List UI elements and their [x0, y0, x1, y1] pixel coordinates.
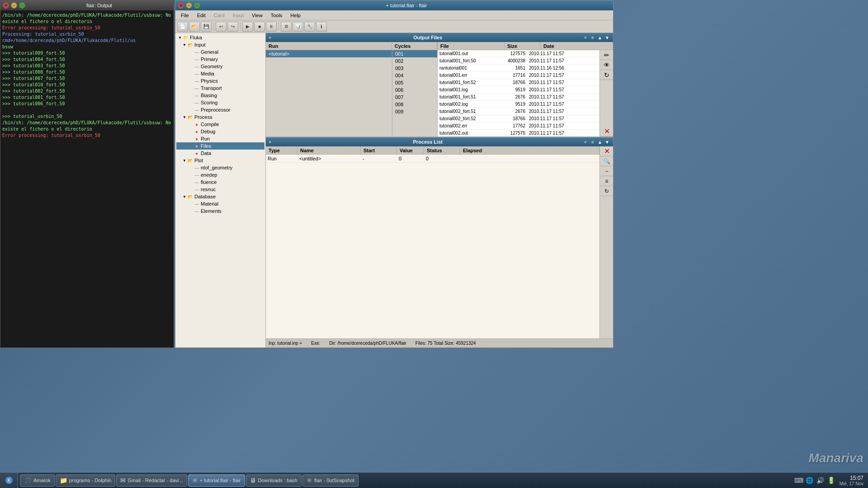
- toolbar-btn-new[interactable]: 📄: [177, 22, 188, 32]
- cycle-entry[interactable]: 006: [392, 86, 437, 94]
- tree-item-transport[interactable]: — Transport: [176, 84, 264, 92]
- tree-item-resnuc[interactable]: — resnuc: [176, 186, 264, 193]
- flair-max-btn[interactable]: □: [194, 2, 200, 9]
- cycle-entry[interactable]: 005: [392, 79, 437, 86]
- menu-card[interactable]: Card: [210, 12, 228, 19]
- tree-item-run[interactable]: ● Run: [176, 135, 264, 142]
- process-row[interactable]: Run <untitled> - 0 0: [266, 155, 599, 163]
- cycle-entry[interactable]: 002: [392, 57, 437, 65]
- file-row[interactable]: tutorial002_fort.5126762010.11.17 11:57: [438, 108, 599, 115]
- flair-min-btn[interactable]: −: [186, 2, 192, 9]
- terminal-min-btn[interactable]: −: [11, 2, 17, 9]
- file-row[interactable]: tutorial001_fort.52187662010.11.17 11:57: [438, 79, 599, 86]
- file-row[interactable]: tutorial001_fort.5126762010.11.17 11:57: [438, 94, 599, 101]
- tree-item-compile[interactable]: ● Compile: [176, 121, 264, 128]
- keyboard-icon[interactable]: ⌨: [794, 476, 803, 485]
- taskbar-app-bash[interactable]: 🖥 Downloads : bash: [246, 474, 302, 487]
- tree-item-fluka[interactable]: ▼ 📁 Fluka: [176, 34, 264, 41]
- menu-edit[interactable]: Edit: [193, 12, 209, 19]
- battery-icon[interactable]: 🔋: [827, 476, 836, 485]
- tree-item-preprocessor[interactable]: — Preprocessor: [176, 106, 264, 113]
- process-expand-btn[interactable]: ▲: [597, 139, 603, 145]
- terminal-max-btn[interactable]: □: [19, 2, 25, 9]
- taskbar-app-dolphin[interactable]: 📁 programs - Dolphin: [56, 474, 116, 487]
- toolbar-btn-compile[interactable]: ⚙: [281, 22, 292, 32]
- file-row[interactable]: tutorial001.out1275752010.11.17 11:57: [438, 50, 599, 57]
- file-delete-btn[interactable]: ✕: [600, 127, 613, 136]
- terminal-body[interactable]: /bin/sh: /home/dcereceda/phD/FLUKA/Fluka…: [0, 10, 174, 347]
- tree-body[interactable]: ▼ 📁 Fluka ▼ 📂 Input —: [175, 33, 265, 347]
- menu-input[interactable]: Input: [229, 12, 247, 19]
- tree-item-general[interactable]: — General: [176, 48, 264, 56]
- tree-item-fluence[interactable]: — fluence: [176, 178, 264, 186]
- tree-item-physics[interactable]: — Physics: [176, 77, 264, 84]
- process-refresh-btn[interactable]: ↻: [600, 186, 613, 196]
- cycle-entry[interactable]: 007: [392, 94, 437, 101]
- tree-item-ntof[interactable]: — ntof_geometry: [176, 164, 264, 171]
- toolbar-btn-redo[interactable]: ↪: [227, 22, 238, 32]
- cycle-entry[interactable]: 003: [392, 65, 437, 72]
- toolbar-btn-plot[interactable]: 📊: [292, 22, 303, 32]
- cycle-entry[interactable]: 008: [392, 101, 437, 108]
- taskbar-app-gmail[interactable]: ✉ Gmail - Redactar - davi...: [116, 474, 187, 487]
- file-row[interactable]: tutorial002.out1275752010.11.17 11:57: [438, 130, 599, 136]
- tree-item-enedep[interactable]: — enedep: [176, 171, 264, 178]
- tree-item-scoring[interactable]: — Scoring: [176, 99, 264, 106]
- taskbar-app-flair-snap[interactable]: ⚛ flair - 0utSnapshot: [302, 474, 359, 487]
- taskbar-app-flair[interactable]: ⚛ + tutorial.flair - flair: [188, 474, 245, 487]
- taskbar-start-button[interactable]: K: [0, 473, 18, 488]
- toolbar-btn-open[interactable]: 📂: [189, 22, 200, 32]
- process-delete-btn[interactable]: ✕: [600, 146, 613, 156]
- panel-collapse-btn[interactable]: ▼: [604, 34, 610, 41]
- file-reload-btn[interactable]: ↻: [600, 70, 613, 80]
- tree-item-geometry[interactable]: — Geometry: [176, 63, 264, 70]
- file-edit-btn[interactable]: ✏: [600, 50, 613, 60]
- tree-item-primary[interactable]: — Primary: [176, 56, 264, 63]
- process-list-btn[interactable]: ≡: [600, 176, 613, 186]
- tree-item-plot[interactable]: ▼ 📂 Plot: [176, 157, 264, 164]
- taskbar-app-amarok[interactable]: 🎵 Amarok: [20, 474, 55, 487]
- tree-item-material[interactable]: — Material: [176, 200, 264, 207]
- tree-item-debug[interactable]: ● Debug: [176, 128, 264, 135]
- panel-expand-btn[interactable]: ▲: [597, 34, 603, 41]
- tree-item-input[interactable]: ▼ 📂 Input: [176, 41, 264, 48]
- tree-item-database[interactable]: ▼ 📂 Database: [176, 193, 264, 200]
- tree-item-elements[interactable]: — Elements: [176, 207, 264, 215]
- tree-item-data[interactable]: ● Data: [176, 150, 264, 157]
- run-entry[interactable]: <tutorial>: [266, 50, 392, 57]
- toolbar-btn-undo[interactable]: ↩: [216, 22, 226, 32]
- file-row[interactable]: tutorial001_fort.5040002382010.11.17 11:…: [438, 57, 599, 65]
- terminal-close-btn[interactable]: ✕: [3, 2, 9, 9]
- file-row[interactable]: rantutorial00116512010.11.16 12:56: [438, 65, 599, 72]
- panel-add-btn[interactable]: +: [582, 34, 589, 41]
- volume-icon[interactable]: 🔊: [816, 476, 825, 485]
- cycles-col[interactable]: 001 002 003 004 005 006 007 008 009: [392, 50, 437, 136]
- cycle-entry[interactable]: 004: [392, 72, 437, 79]
- tree-item-process[interactable]: ▼ 📂 Process: [176, 113, 264, 121]
- network-icon[interactable]: 🌐: [805, 476, 814, 485]
- cycle-entry[interactable]: 009: [392, 108, 437, 115]
- toolbar-btn-pause[interactable]: ⏸: [266, 22, 277, 32]
- cycle-entry[interactable]: 001: [392, 50, 437, 57]
- process-zoom-out-btn[interactable]: −: [600, 166, 613, 176]
- process-add-btn[interactable]: +: [582, 139, 589, 145]
- process-body[interactable]: Run <untitled> - 0 0: [266, 155, 599, 338]
- menu-tools[interactable]: Tools: [267, 12, 286, 19]
- process-menu-btn[interactable]: ≡: [590, 139, 596, 145]
- toolbar-btn-stop[interactable]: ■: [254, 22, 265, 32]
- menu-view[interactable]: View: [248, 12, 266, 19]
- toolbar-btn-info[interactable]: ℹ: [316, 22, 327, 32]
- tree-item-biasing[interactable]: — Biasing: [176, 92, 264, 99]
- toolbar-btn-save[interactable]: 💾: [201, 22, 212, 32]
- file-row[interactable]: tutorial001.err177162010.11.17 11:57: [438, 72, 599, 79]
- toolbar-btn-settings[interactable]: 🔧: [304, 22, 315, 32]
- menu-file[interactable]: File: [177, 12, 193, 19]
- toolbar-btn-run[interactable]: ▶: [242, 22, 253, 32]
- panel-menu-btn[interactable]: ≡: [590, 34, 596, 41]
- files-body[interactable]: tutorial001.out1275752010.11.17 11:57 tu…: [438, 50, 599, 136]
- tree-item-media[interactable]: — Media: [176, 70, 264, 77]
- menu-help[interactable]: Help: [287, 12, 304, 19]
- process-zoom-btn[interactable]: 🔍: [600, 156, 613, 166]
- file-row[interactable]: tutorial002.log95192010.11.17 11:57: [438, 101, 599, 108]
- process-collapse-btn[interactable]: ▼: [604, 139, 610, 145]
